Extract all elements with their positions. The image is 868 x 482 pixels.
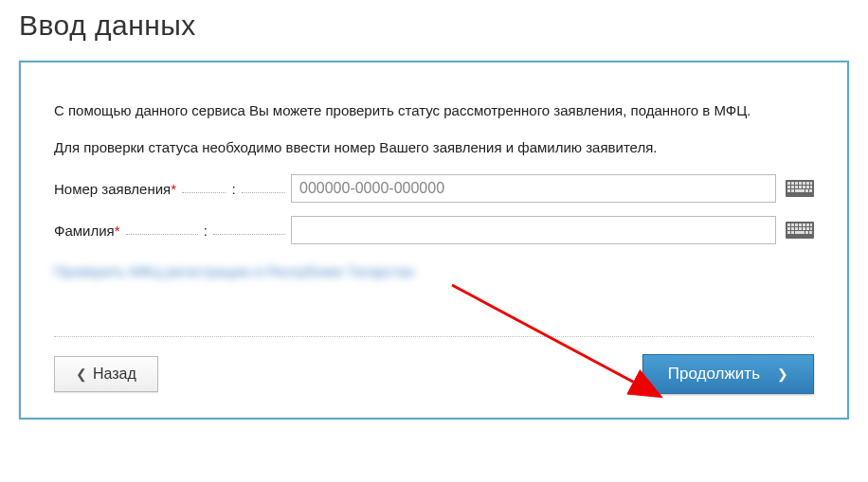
svg-rect-15 [787,189,790,192]
label-surname: Фамилия* : [54,223,291,239]
intro-text-2: Для проверки статуса необходимо ввести н… [54,137,814,157]
continue-button[interactable]: Продолжить ❯ [642,354,814,394]
svg-rect-18 [805,189,808,192]
back-button[interactable]: ❮ Назад [54,356,158,392]
svg-rect-39 [809,231,812,234]
svg-rect-29 [791,227,794,230]
svg-rect-28 [787,227,790,230]
svg-rect-5 [803,182,805,185]
svg-rect-31 [799,227,802,230]
row-surname: Фамилия* : [54,216,814,244]
continue-button-label: Продолжить [668,365,760,384]
svg-rect-33 [806,227,809,230]
svg-rect-25 [803,223,805,226]
svg-rect-4 [799,182,802,185]
label-application-number: Номер заявления* : [54,181,291,197]
keyboard-icon[interactable] [786,222,814,239]
svg-rect-34 [810,227,812,230]
svg-rect-22 [791,223,794,226]
svg-rect-17 [795,189,805,192]
dotted-leader [213,234,285,235]
svg-rect-32 [803,227,805,230]
svg-rect-6 [806,182,809,185]
svg-rect-27 [810,223,812,226]
colon: : [231,181,235,197]
svg-rect-36 [791,231,794,234]
svg-rect-16 [791,189,794,192]
svg-rect-35 [787,231,790,234]
divider [54,336,814,337]
required-marker: * [171,181,176,197]
label-application-number-text: Номер заявления [54,181,171,197]
dotted-leader [182,192,226,193]
svg-rect-9 [791,186,794,188]
svg-rect-8 [787,186,790,188]
row-application-number: Номер заявления* : [54,174,814,203]
svg-rect-21 [787,223,790,226]
svg-rect-7 [810,182,812,185]
application-number-input[interactable] [291,174,776,203]
svg-rect-30 [795,227,798,230]
annotation-arrow-icon [447,280,694,422]
back-button-label: Назад [93,366,136,383]
svg-rect-10 [795,186,798,188]
surname-input[interactable] [291,216,776,244]
colon: : [204,223,208,239]
button-row: ❮ Назад Продолжить ❯ [54,354,814,394]
svg-rect-24 [799,223,802,226]
chevron-left-icon: ❮ [76,366,87,382]
svg-rect-3 [795,182,798,185]
svg-rect-2 [791,182,794,185]
page-title: Ввод данных [19,9,849,42]
dotted-leader [126,234,198,235]
svg-rect-23 [795,223,798,226]
svg-rect-1 [787,182,790,185]
chevron-right-icon: ❯ [777,366,788,382]
dotted-leader [242,192,285,193]
svg-rect-26 [806,223,809,226]
svg-rect-11 [799,186,802,188]
intro-text-1: С помощью данного сервиса Вы можете пров… [54,100,814,120]
keyboard-icon[interactable] [786,180,814,197]
svg-rect-13 [806,186,809,188]
form-panel: С помощью данного сервиса Вы можете пров… [19,61,849,420]
label-surname-text: Фамилия [54,223,115,239]
svg-rect-12 [803,186,805,188]
svg-rect-38 [805,231,808,234]
required-marker: * [115,223,120,239]
svg-rect-14 [810,186,812,188]
svg-rect-19 [809,189,812,192]
svg-rect-37 [795,231,805,234]
blurred-link: Проверить МФЦ регистрацию в Республике Т… [54,263,814,279]
